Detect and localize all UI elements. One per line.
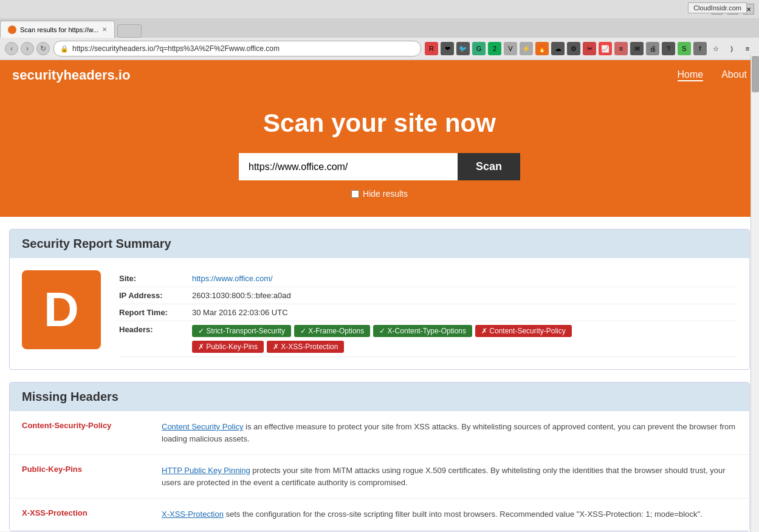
missing-desc-2: X-XSS-Protection sets the configuration … — [162, 508, 702, 520]
page-content: securityheaders.io Home About Scan your … — [0, 60, 759, 531]
header-badge-1: ✓ X-Frame-Options — [294, 325, 370, 337]
header-badge-3: ✗ Content-Security-Policy — [475, 325, 572, 337]
header-badge-2: ✓ X-Content-Type-Options — [373, 325, 472, 337]
toolbar-icon-3[interactable]: 🐦 — [456, 42, 470, 55]
toolbar-icon-8[interactable]: 🔥 — [535, 42, 549, 55]
toolbar-icon-4[interactable]: G — [472, 42, 486, 55]
toolbar-icon-12[interactable]: 📈 — [599, 42, 612, 55]
toolbar-icon-16[interactable]: ? — [662, 42, 675, 55]
toolbar-icon-6[interactable]: V — [504, 42, 517, 55]
active-tab[interactable]: Scan results for https://w... ✕ — [0, 21, 115, 38]
scan-button[interactable]: Scan — [458, 153, 520, 180]
headers-badges-container: ✓ Strict-Transport-Security✓ X-Frame-Opt… — [192, 325, 572, 353]
title-bar: CloudInsidr.com — ▭ ✕ — [0, 0, 759, 18]
hero-title: Scan your site now — [12, 109, 747, 138]
summary-table: D Site: https://www.office.com/ IP Addre… — [22, 270, 737, 357]
toolbar-icon-2[interactable]: ❤ — [441, 42, 454, 55]
ip-value: 2603:1030:800:5::bfee:a0ad — [192, 291, 291, 300]
hide-results-checkbox[interactable] — [351, 190, 359, 198]
toolbar-icon-9[interactable]: ☁ — [551, 42, 565, 55]
ip-label: IP Address: — [119, 291, 192, 300]
missing-name-1: Public-Key-Pins — [22, 465, 143, 488]
headers-line-2: ✗ Public-Key-Pins✗ X-XSS-Protection — [192, 341, 572, 353]
nav-about[interactable]: About — [721, 69, 747, 81]
toolbar-icon-5[interactable]: 2 — [488, 42, 501, 55]
url-bar[interactable]: 🔒 https://securityheaders.io/?q=https%3A… — [53, 41, 421, 56]
scan-input[interactable] — [239, 153, 458, 180]
toolbar-icon-17[interactable]: S — [678, 42, 691, 55]
address-bar: ‹ › ↻ 🔒 https://securityheaders.io/?q=ht… — [0, 38, 759, 60]
site-nav: securityheaders.io Home About — [0, 60, 759, 90]
missing-section: Missing Headers Content-Security-PolicyC… — [9, 382, 750, 531]
missing-link-1[interactable]: HTTP Public Key Pinning — [162, 466, 250, 475]
missing-item-0: Content-Security-PolicyContent Security … — [10, 411, 749, 455]
toolbar-icon-7[interactable]: ⚡ — [520, 42, 533, 55]
cloud-popup: CloudInsidr.com — [688, 2, 747, 13]
toolbar-icon-14[interactable]: ✉ — [630, 42, 644, 55]
menu-icon[interactable]: ≡ — [741, 42, 754, 55]
missing-desc-0: Content Security Policy is an effective … — [162, 421, 737, 445]
site-link[interactable]: https://www.office.com/ — [192, 274, 273, 283]
scrollbar[interactable] — [750, 55, 759, 532]
missing-link-2[interactable]: X-XSS-Protection — [162, 510, 224, 519]
detail-time-row: Report Time: 30 Mar 2016 22:03:06 UTC — [119, 304, 737, 321]
missing-desc-1: HTTP Public Key Pinning protects your si… — [162, 465, 737, 488]
bookmark-icon[interactable]: ☆ — [709, 42, 723, 55]
scroll-thumb[interactable] — [752, 56, 759, 92]
toolbar-icon-18[interactable]: f — [693, 42, 707, 55]
missing-item-2: X-XSS-ProtectionX-XSS-Protection sets th… — [10, 499, 749, 531]
nav-buttons: ‹ › ↻ — [5, 42, 50, 55]
hide-results-label: Hide results — [363, 189, 408, 199]
nav-home[interactable]: Home — [678, 69, 704, 81]
site-nav-links: Home About — [678, 69, 747, 81]
site-logo: securityheaders.io — [12, 67, 130, 83]
lock-icon: 🔒 — [60, 45, 69, 53]
new-tab-button[interactable] — [117, 24, 142, 38]
toolbar-icon-1[interactable]: R — [425, 42, 438, 55]
grade-box: D — [22, 270, 101, 349]
toolbar-icon-15[interactable]: 🖨 — [646, 42, 659, 55]
header-badge-4: ✗ Public-Key-Pins — [192, 341, 264, 353]
toolbar-icon-10[interactable]: ⚙ — [567, 42, 580, 55]
missing-name-2: X-XSS-Protection — [22, 508, 143, 520]
detail-site-row: Site: https://www.office.com/ — [119, 270, 737, 287]
summary-header: Security Report Summary — [10, 230, 749, 258]
tab-favicon — [8, 26, 16, 34]
hero-section: Scan your site now Scan Hide results — [0, 90, 759, 217]
url-text: https://securityheaders.io/?q=https%3A%2… — [72, 44, 280, 53]
back-button[interactable]: ‹ — [5, 42, 18, 55]
toolbar-icons: R ❤ 🐦 G 2 V ⚡ 🔥 ☁ ⚙ ✂ 📈 ≡ ✉ 🖨 ? S f ☆ ) … — [425, 42, 754, 55]
summary-details: Site: https://www.office.com/ IP Address… — [119, 270, 737, 357]
site-label: Site: — [119, 274, 192, 283]
summary-body: D Site: https://www.office.com/ IP Addre… — [10, 258, 749, 369]
missing-items-container: Content-Security-PolicyContent Security … — [10, 411, 749, 531]
detail-ip-row: IP Address: 2603:1030:800:5::bfee:a0ad — [119, 287, 737, 304]
time-label: Report Time: — [119, 308, 192, 317]
missing-item-1: Public-Key-PinsHTTP Public Key Pinning p… — [10, 455, 749, 499]
tab-close-button[interactable]: ✕ — [102, 26, 107, 33]
toolbar-icon-13[interactable]: ≡ — [614, 42, 628, 55]
headers-line-1: ✓ Strict-Transport-Security✓ X-Frame-Opt… — [192, 325, 572, 337]
missing-name-0: Content-Security-Policy — [22, 421, 143, 445]
headers-label: Headers: — [119, 325, 192, 334]
detail-headers-row: Headers: ✓ Strict-Transport-Security✓ X-… — [119, 321, 737, 357]
toolbar-icon-11[interactable]: ✂ — [583, 42, 596, 55]
missing-header: Missing Headers — [10, 383, 749, 411]
reload-button[interactable]: ↻ — [36, 42, 50, 55]
summary-section: Security Report Summary D Site: https://… — [9, 229, 750, 370]
header-badge-5: ✗ X-XSS-Protection — [267, 341, 344, 353]
header-badge-0: ✓ Strict-Transport-Security — [192, 325, 291, 337]
tab-bar: Scan results for https://w... ✕ — [0, 18, 759, 38]
scan-form: Scan — [12, 153, 747, 180]
browser-chrome: CloudInsidr.com — ▭ ✕ Scan results for h… — [0, 0, 759, 60]
forward-button[interactable]: › — [21, 42, 34, 55]
tab-title: Scan results for https://w... — [20, 26, 98, 33]
hide-results-row: Hide results — [12, 189, 747, 199]
time-value: 30 Mar 2016 22:03:06 UTC — [192, 308, 288, 317]
missing-link-0[interactable]: Content Security Policy — [162, 422, 243, 431]
rss-icon[interactable]: ) — [725, 42, 738, 55]
